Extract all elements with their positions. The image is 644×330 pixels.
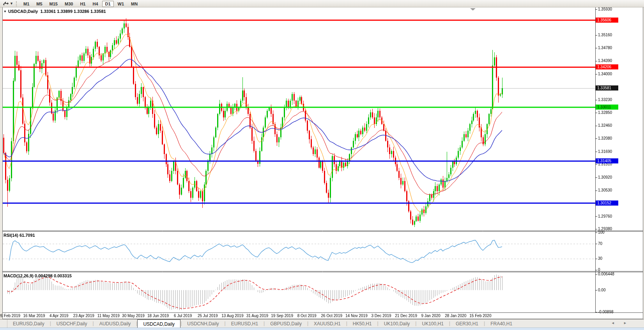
tab-usdchf-daily[interactable]: USDCHF,Daily: [51, 319, 93, 328]
macd-axis-tick: -0.00898: [598, 310, 613, 314]
date-label: 23 Apr 2019: [73, 314, 94, 318]
timeframe-button-mn[interactable]: MN: [128, 1, 141, 7]
timeframe-buttons-group: M1M5M15M30H1H4D1W1MN: [20, 0, 141, 7]
timeframe-button-m30[interactable]: M30: [62, 1, 76, 7]
timeframe-button-h1[interactable]: H1: [77, 1, 88, 7]
date-label: 31 Aug 2019: [246, 314, 268, 318]
rsi-axis-tick: 70: [598, 241, 602, 246]
price-level-badge: 1.33011: [596, 105, 618, 110]
date-label: 8 Oct 2019: [297, 314, 317, 318]
timeframe-button-d1[interactable]: D1: [102, 1, 114, 7]
price-level-badge: 1.33581: [596, 85, 618, 90]
macd-indicator-label: MACD(12,26,9) 0.004298 0.003315: [4, 273, 72, 278]
price-axis-tick: 1.35160: [598, 33, 612, 37]
date-label: 4 Apr 2019: [50, 314, 68, 318]
price-level-badge: 1.35606: [596, 18, 618, 23]
macd-axis-tick: 0.00: [598, 288, 605, 292]
price-axis-tick: 1.33230: [598, 98, 612, 102]
price-level-badge: 1.30152: [596, 200, 618, 206]
timeframe-button-m1[interactable]: M1: [20, 1, 32, 7]
chart-symbol-label: USDCAD,Daily: [8, 9, 38, 14]
date-label: 19 Sep 2019: [271, 314, 293, 318]
tab-uk100-daily[interactable]: UK100,Daily: [379, 319, 416, 328]
date-label: 6 Jul 2019: [174, 314, 192, 318]
chart-profile-icon[interactable]: [3, 1, 9, 6]
toolbar-drag-handle[interactable]: [16, 1, 17, 6]
price-chart-canvas[interactable]: [0, 0, 644, 330]
mt4-terminal-window: ▼ M1M5M15M30H1H4D1W1MN ▼USDCAD,Daily 1.3…: [0, 0, 644, 330]
tab-usdcnh-daily[interactable]: USDCNH,Daily: [182, 319, 224, 328]
price-axis-tick: 1.32850: [598, 110, 612, 115]
tab-fra40-h1[interactable]: FRA40,H1: [485, 319, 518, 328]
date-label: 25 Jul 2019: [198, 314, 218, 318]
date-label: 26 Oct 2019: [321, 314, 342, 318]
rsi-axis-tick: 100: [598, 230, 605, 234]
tab-xauusd-h1[interactable]: XAUUSD,H1: [308, 319, 346, 328]
tab-hk50-h1[interactable]: HK50,H1: [347, 319, 377, 328]
date-label: 14 Nov 2019: [345, 314, 368, 318]
rsi-axis-tick: 0: [598, 268, 600, 272]
tabs-scroll-right-icon[interactable]: ►: [623, 321, 631, 325]
chart-tabs-bar: EURUSD,Daily|USDCHF,Daily|AUDUSD,Daily|U…: [0, 319, 644, 328]
tab-eurusd-daily[interactable]: EURUSD,Daily: [7, 319, 50, 328]
date-label: 3 Dec 2019: [371, 314, 391, 318]
date-label: 28 Jan 2020: [445, 314, 466, 318]
tab-ger30-h1[interactable]: GER30,H1: [450, 319, 484, 328]
date-label: 15 Feb 2020: [469, 314, 491, 318]
date-label: 30 May 2019: [122, 314, 145, 318]
price-axis-tick: 1.30530: [598, 188, 612, 192]
date-label: 11 May 2019: [97, 314, 120, 318]
chart-title: ▼USDCAD,Daily 1.33361 1.33899 1.33286 1.…: [4, 9, 106, 14]
price-level-badge: 1.34206: [596, 64, 618, 69]
rsi-indicator-label: RSI(14) 61.7091: [4, 233, 35, 238]
tab-audusd-daily[interactable]: AUDUSD,Daily: [94, 319, 136, 328]
price-axis-tick: 1.34000: [598, 72, 612, 76]
price-axis-tick: 1.34390: [598, 59, 612, 63]
timeframe-button-m15[interactable]: M15: [46, 1, 61, 7]
tab-usdcad-daily[interactable]: USDCAD,Daily: [137, 319, 180, 328]
date-label: 26 Feb 2019: [0, 314, 20, 318]
chart-ohlc-values: 1.33361 1.33899 1.33286 1.33581: [40, 9, 106, 14]
collapse-indicator-icon[interactable]: ▼: [4, 10, 7, 13]
date-label: 18 Jun 2019: [147, 314, 169, 318]
profile-dropdown-caret-icon[interactable]: ▼: [10, 2, 14, 5]
timeframes-toolbar: ▼ M1M5M15M30H1H4D1W1MN: [0, 0, 644, 7]
price-axis-tick: 1.31690: [598, 149, 612, 154]
timeframe-button-h4[interactable]: H4: [89, 1, 101, 7]
date-label: 16 Mar 2019: [23, 314, 45, 318]
tab-uk100-h1[interactable]: UK100,H1: [416, 319, 449, 328]
tab-gbpusd-daily[interactable]: GBPUSD,Daily: [265, 319, 307, 328]
macd-axis-tick: 0.006448: [598, 272, 614, 276]
status-strip: [0, 328, 644, 330]
price-axis-tick: 1.32460: [598, 123, 612, 128]
date-label: 9 Jan 2020: [421, 314, 441, 318]
price-axis-tick: 1.34780: [598, 46, 612, 50]
tab-eurusd-h1[interactable]: EURUSD,H1: [226, 319, 264, 328]
price-axis-tick: 1.29760: [598, 214, 612, 218]
price-axis-tick: 1.35930: [598, 7, 612, 11]
tabs-scroll-left-icon[interactable]: ◄: [611, 321, 619, 325]
rsi-axis-tick: 30: [598, 256, 602, 261]
timeframe-button-w1[interactable]: W1: [115, 1, 127, 7]
price-axis-tick: 1.32080: [598, 136, 612, 140]
price-axis-tick: 1.30920: [598, 175, 612, 179]
timeframe-button-m5[interactable]: M5: [33, 1, 45, 7]
date-label: 21 Dec 2019: [395, 314, 417, 318]
tabbar-lead-divider: [0, 319, 7, 328]
price-level-badge: 1.31405: [596, 158, 618, 163]
date-label: 13 Aug 2019: [221, 314, 243, 318]
tabs-holder: EURUSD,Daily|USDCHF,Daily|AUDUSD,Daily|U…: [7, 319, 518, 328]
